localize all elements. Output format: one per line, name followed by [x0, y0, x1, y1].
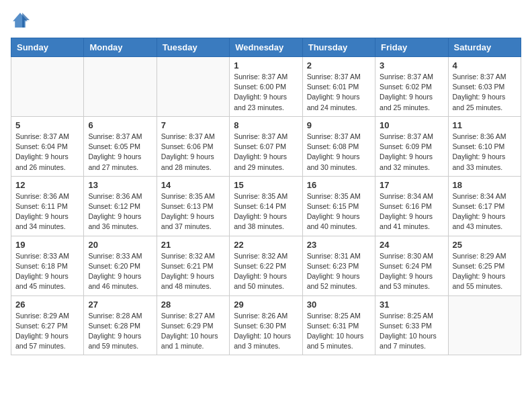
day-info: Sunrise: 8:37 AM Sunset: 6:06 PM Dayligh…: [161, 132, 225, 173]
calendar-day: [157, 57, 229, 117]
day-info: Sunrise: 8:25 AM Sunset: 6:31 PM Dayligh…: [307, 311, 371, 352]
calendar-day: 26Sunrise: 8:29 AM Sunset: 6:27 PM Dayli…: [11, 295, 84, 355]
day-info: Sunrise: 8:35 AM Sunset: 6:13 PM Dayligh…: [161, 191, 225, 232]
day-info: Sunrise: 8:36 AM Sunset: 6:10 PM Dayligh…: [453, 132, 517, 173]
calendar-day: 22Sunrise: 8:32 AM Sunset: 6:22 PM Dayli…: [230, 236, 302, 295]
day-number: 11: [453, 120, 517, 130]
day-info: Sunrise: 8:31 AM Sunset: 6:23 PM Dayligh…: [307, 251, 371, 292]
day-number: 2: [307, 60, 371, 71]
calendar-day: 9Sunrise: 8:37 AM Sunset: 6:08 PM Daylig…: [302, 116, 375, 176]
day-number: 7: [161, 120, 225, 130]
calendar-day: 8Sunrise: 8:37 AM Sunset: 6:07 PM Daylig…: [230, 116, 302, 176]
day-number: 24: [380, 240, 443, 250]
calendar-day: 14Sunrise: 8:35 AM Sunset: 6:13 PM Dayli…: [157, 176, 229, 236]
day-info: Sunrise: 8:29 AM Sunset: 6:25 PM Dayligh…: [453, 251, 517, 292]
day-info: Sunrise: 8:37 AM Sunset: 6:09 PM Dayligh…: [380, 132, 443, 173]
svg-marker-1: [22, 13, 30, 28]
weekday-header-sunday: Sunday: [11, 38, 84, 57]
calendar-day: 5Sunrise: 8:37 AM Sunset: 6:04 PM Daylig…: [11, 116, 84, 176]
calendar-header: SundayMondayTuesdayWednesdayThursdayFrid…: [11, 38, 521, 57]
day-info: Sunrise: 8:37 AM Sunset: 6:08 PM Dayligh…: [307, 132, 371, 173]
day-info: Sunrise: 8:25 AM Sunset: 6:33 PM Dayligh…: [380, 311, 443, 352]
day-number: 25: [453, 240, 517, 250]
weekday-header-saturday: Saturday: [448, 38, 521, 57]
day-number: 4: [453, 60, 517, 71]
day-info: Sunrise: 8:37 AM Sunset: 6:01 PM Dayligh…: [307, 72, 371, 113]
day-number: 18: [453, 180, 517, 190]
calendar-day: 12Sunrise: 8:36 AM Sunset: 6:11 PM Dayli…: [11, 176, 84, 236]
calendar-day: 4Sunrise: 8:37 AM Sunset: 6:03 PM Daylig…: [448, 57, 521, 117]
weekday-header-monday: Monday: [84, 38, 157, 57]
day-number: 29: [234, 300, 298, 310]
day-number: 12: [15, 180, 79, 190]
page-header: [11, 11, 521, 30]
calendar-day: 18Sunrise: 8:34 AM Sunset: 6:17 PM Dayli…: [448, 176, 521, 236]
day-number: 17: [380, 180, 443, 190]
calendar-day: 31Sunrise: 8:25 AM Sunset: 6:33 PM Dayli…: [375, 295, 448, 355]
calendar-day: 17Sunrise: 8:34 AM Sunset: 6:16 PM Dayli…: [375, 176, 448, 236]
day-number: 19: [15, 240, 79, 250]
day-number: 1: [234, 60, 298, 71]
day-number: 28: [161, 300, 225, 310]
calendar-day: [11, 57, 84, 117]
day-number: 13: [88, 180, 152, 190]
day-number: 15: [234, 180, 298, 190]
day-info: Sunrise: 8:36 AM Sunset: 6:12 PM Dayligh…: [88, 191, 152, 232]
day-number: 31: [380, 300, 443, 310]
calendar-day: 28Sunrise: 8:27 AM Sunset: 6:29 PM Dayli…: [157, 295, 229, 355]
day-number: 22: [234, 240, 298, 250]
calendar-day: 6Sunrise: 8:37 AM Sunset: 6:05 PM Daylig…: [84, 116, 157, 176]
day-info: Sunrise: 8:27 AM Sunset: 6:29 PM Dayligh…: [161, 311, 225, 352]
calendar-day: 21Sunrise: 8:32 AM Sunset: 6:21 PM Dayli…: [157, 236, 229, 295]
day-info: Sunrise: 8:30 AM Sunset: 6:24 PM Dayligh…: [380, 251, 443, 292]
day-number: 21: [161, 240, 225, 250]
calendar-day: 13Sunrise: 8:36 AM Sunset: 6:12 PM Dayli…: [84, 176, 157, 236]
day-info: Sunrise: 8:37 AM Sunset: 6:03 PM Dayligh…: [453, 72, 517, 113]
day-info: Sunrise: 8:33 AM Sunset: 6:20 PM Dayligh…: [88, 251, 152, 292]
day-info: Sunrise: 8:37 AM Sunset: 6:07 PM Dayligh…: [234, 132, 298, 173]
weekday-header-friday: Friday: [375, 38, 448, 57]
day-info: Sunrise: 8:28 AM Sunset: 6:28 PM Dayligh…: [88, 311, 152, 352]
calendar-day: 27Sunrise: 8:28 AM Sunset: 6:28 PM Dayli…: [84, 295, 157, 355]
weekday-header-row: SundayMondayTuesdayWednesdayThursdayFrid…: [11, 38, 521, 57]
calendar-day: 16Sunrise: 8:35 AM Sunset: 6:15 PM Dayli…: [302, 176, 375, 236]
calendar-body: 1Sunrise: 8:37 AM Sunset: 6:00 PM Daylig…: [11, 57, 521, 355]
calendar-day: 2Sunrise: 8:37 AM Sunset: 6:01 PM Daylig…: [302, 57, 375, 117]
day-number: 27: [88, 300, 152, 310]
day-number: 9: [307, 120, 371, 130]
calendar-day: 7Sunrise: 8:37 AM Sunset: 6:06 PM Daylig…: [157, 116, 229, 176]
day-info: Sunrise: 8:37 AM Sunset: 6:04 PM Dayligh…: [15, 132, 79, 173]
logo-icon: [11, 11, 30, 30]
day-info: Sunrise: 8:34 AM Sunset: 6:17 PM Dayligh…: [453, 191, 517, 232]
calendar-day: 24Sunrise: 8:30 AM Sunset: 6:24 PM Dayli…: [375, 236, 448, 295]
calendar-day: 29Sunrise: 8:26 AM Sunset: 6:30 PM Dayli…: [230, 295, 302, 355]
weekday-header-wednesday: Wednesday: [230, 38, 302, 57]
day-info: Sunrise: 8:26 AM Sunset: 6:30 PM Dayligh…: [234, 311, 298, 352]
calendar-day: 15Sunrise: 8:35 AM Sunset: 6:14 PM Dayli…: [230, 176, 302, 236]
day-number: 6: [88, 120, 152, 130]
weekday-header-tuesday: Tuesday: [157, 38, 229, 57]
day-number: 30: [307, 300, 371, 310]
calendar-table: SundayMondayTuesdayWednesdayThursdayFrid…: [11, 38, 521, 355]
calendar-day: [448, 295, 521, 355]
day-info: Sunrise: 8:37 AM Sunset: 6:00 PM Dayligh…: [234, 72, 298, 113]
day-info: Sunrise: 8:32 AM Sunset: 6:21 PM Dayligh…: [161, 251, 225, 292]
calendar-week-3: 12Sunrise: 8:36 AM Sunset: 6:11 PM Dayli…: [11, 176, 521, 236]
calendar-week-4: 19Sunrise: 8:33 AM Sunset: 6:18 PM Dayli…: [11, 236, 521, 295]
calendar-day: 30Sunrise: 8:25 AM Sunset: 6:31 PM Dayli…: [302, 295, 375, 355]
day-number: 16: [307, 180, 371, 190]
calendar-day: 3Sunrise: 8:37 AM Sunset: 6:02 PM Daylig…: [375, 57, 448, 117]
day-number: 3: [380, 60, 443, 71]
day-info: Sunrise: 8:29 AM Sunset: 6:27 PM Dayligh…: [15, 311, 79, 352]
calendar-day: [84, 57, 157, 117]
day-info: Sunrise: 8:35 AM Sunset: 6:14 PM Dayligh…: [234, 191, 298, 232]
calendar-week-5: 26Sunrise: 8:29 AM Sunset: 6:27 PM Dayli…: [11, 295, 521, 355]
day-info: Sunrise: 8:32 AM Sunset: 6:22 PM Dayligh…: [234, 251, 298, 292]
calendar-week-2: 5Sunrise: 8:37 AM Sunset: 6:04 PM Daylig…: [11, 116, 521, 176]
weekday-header-thursday: Thursday: [302, 38, 375, 57]
day-number: 10: [380, 120, 443, 130]
calendar-day: 11Sunrise: 8:36 AM Sunset: 6:10 PM Dayli…: [448, 116, 521, 176]
day-number: 20: [88, 240, 152, 250]
day-info: Sunrise: 8:33 AM Sunset: 6:18 PM Dayligh…: [15, 251, 79, 292]
calendar-day: 23Sunrise: 8:31 AM Sunset: 6:23 PM Dayli…: [302, 236, 375, 295]
